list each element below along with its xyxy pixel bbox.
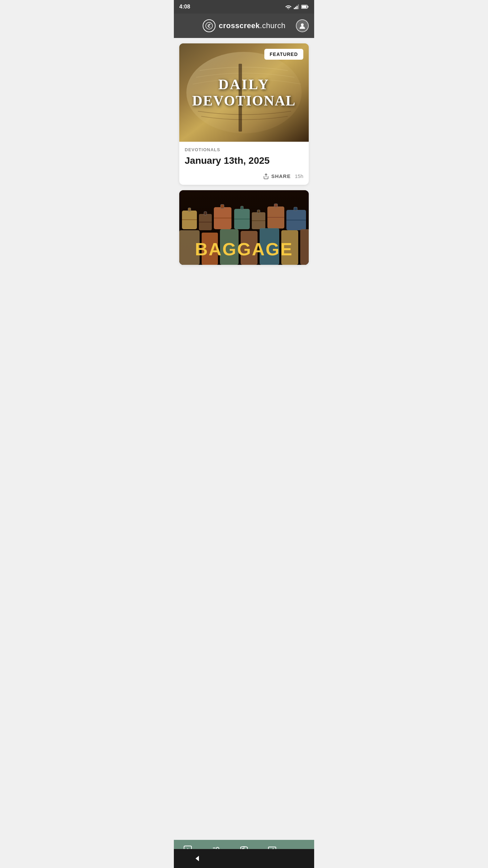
- svg-rect-0: [294, 8, 295, 9]
- status-time: 4:08: [179, 4, 190, 10]
- baggage-hero-image: BAGGAGE: [179, 190, 309, 265]
- android-home-button[interactable]: [239, 853, 249, 864]
- share-button[interactable]: SHARE: [263, 173, 291, 179]
- baggage-image-container: BAGGAGE: [179, 190, 309, 265]
- signal-icon: [294, 4, 299, 9]
- svg-rect-1: [295, 7, 296, 9]
- devotional-image-text: DAILY DEVOTIONAL: [192, 76, 296, 109]
- card-category: DEVOTIONALS: [185, 147, 303, 152]
- svg-point-9: [301, 23, 304, 26]
- svg-rect-3: [298, 4, 299, 9]
- status-icons: [285, 4, 309, 9]
- devotional-image-container: DAILY DEVOTIONAL FEATURED: [179, 43, 309, 142]
- svg-rect-6: [302, 6, 307, 8]
- app-header: ℭ crosscreek.church: [174, 14, 314, 38]
- wifi-icon: [285, 4, 292, 9]
- svg-text:ℭ: ℭ: [207, 23, 211, 28]
- card-time: 15h: [295, 173, 303, 179]
- header-logo: ℭ crosscreek.church: [203, 19, 286, 32]
- baggage-card[interactable]: BAGGAGE: [179, 190, 309, 265]
- battery-icon: [301, 4, 309, 9]
- logo-circle: ℭ: [203, 19, 216, 32]
- android-back-button[interactable]: [192, 853, 203, 864]
- card-footer: SHARE 15h: [185, 171, 303, 179]
- devotional-card-body: DEVOTIONALS January 13th, 2025 SHARE 15h: [179, 142, 309, 185]
- status-bar: 4:08: [174, 0, 314, 14]
- android-recent-button[interactable]: [285, 853, 296, 864]
- card-title: January 13th, 2025: [185, 155, 303, 166]
- featured-badge: FEATURED: [264, 49, 303, 60]
- svg-rect-5: [308, 6, 309, 8]
- header-title: crosscreek.church: [219, 21, 286, 30]
- svg-rect-2: [297, 6, 298, 9]
- profile-button[interactable]: [296, 19, 309, 32]
- devotional-card[interactable]: DAILY DEVOTIONAL FEATURED DEVOTIONALS Ja…: [179, 43, 309, 185]
- main-content: DAILY DEVOTIONAL FEATURED DEVOTIONALS Ja…: [174, 38, 314, 304]
- android-nav-bar: [174, 849, 314, 868]
- baggage-title: BAGGAGE: [179, 239, 309, 259]
- svg-marker-55: [196, 856, 199, 861]
